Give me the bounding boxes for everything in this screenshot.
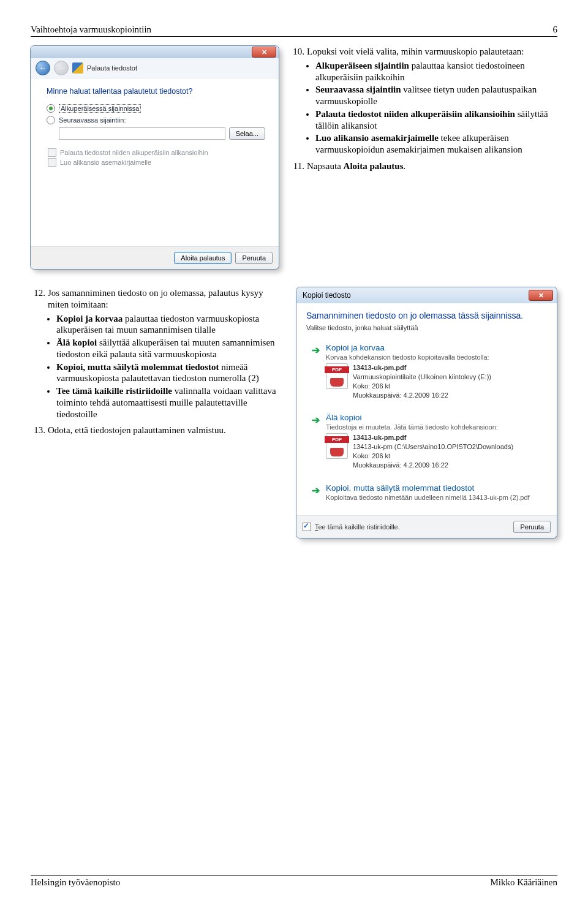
step-number-13: 13. <box>31 425 45 436</box>
checkbox-do-for-all-label: Tee tämä kaikille ristiriidoille. <box>315 523 400 531</box>
instructions-10-11: 10. Lopuksi voit vielä valita, mihin var… <box>290 46 553 269</box>
dialog1-titlebar: ✕ <box>31 46 279 58</box>
step-number-12: 12. <box>31 287 45 311</box>
option1-title: Kopioi ja korvaa <box>326 343 491 352</box>
dialog1-title: Palauta tiedostot <box>87 64 137 72</box>
start-restore-button[interactable]: Aloita palautus <box>174 252 232 264</box>
step-13-body: Odota, että tiedostojen palauttaminen va… <box>48 425 226 436</box>
file1-meta: 13413-uk-pm.pdf Varmuuskopiointilaite (U… <box>353 363 491 399</box>
checkbox-restore-subfolders-label: Palauta tiedostot niiden alkuperäisiin a… <box>60 149 208 156</box>
step-number-10: 10. <box>290 46 304 58</box>
step-10-lead: Lopuksi voit vielä valita, mihin varmuus… <box>307 46 524 58</box>
step12-bullet4: Tee tämä kaikille ristiriidoille valinna… <box>56 385 285 420</box>
option1-sub: Korvaa kohdekansion tiedosto kopioitaval… <box>326 354 491 361</box>
header-title: Vaihtoehtoja varmuuskopiointiin <box>31 25 151 35</box>
step10-bullet4: Luo alikansio asemakirjaimelle tekee alk… <box>315 132 553 156</box>
step10-bullet1: Alkuperäiseen sijaintiin palauttaa kansi… <box>315 60 553 83</box>
option3-sub: Kopioitava tiedosto nimetään uudelleen n… <box>326 494 530 501</box>
step12-bullet1: Kopioi ja korvaa palauttaa tiedoston var… <box>56 313 285 336</box>
browse-button[interactable]: Selaa... <box>229 127 265 140</box>
restore-files-dialog: ✕ ← → Palauta tiedostot Minne haluat tal… <box>31 46 279 269</box>
option2-title: Älä kopioi <box>326 413 513 422</box>
step-number-11: 11. <box>290 161 304 172</box>
dialog1-question: Minne haluat tallentaa palautetut tiedos… <box>47 87 265 96</box>
arrow-icon: ➔ <box>312 344 320 356</box>
close-icon[interactable]: ✕ <box>252 47 276 58</box>
instructions-12-13: 12. Jos samanniminen tiedosto on jo olem… <box>31 287 285 538</box>
close-icon[interactable]: ✕ <box>529 290 553 301</box>
copy-file-dialog: Kopioi tiedosto ✕ Samanniminen tiedosto … <box>296 287 557 538</box>
back-icon[interactable]: ← <box>36 61 50 75</box>
option-dont-copy[interactable]: ➔ Älä kopioi Tiedostoja ei muuteta. Jätä… <box>306 409 547 475</box>
checkbox-restore-subfolders[interactable] <box>48 148 56 157</box>
shield-icon <box>72 62 83 74</box>
arrow-icon: ➔ <box>312 485 320 496</box>
arrow-icon: ➔ <box>312 414 320 426</box>
footer-right: Mikko Kääriäinen <box>490 877 557 888</box>
checkbox-create-drive-subfolder-label: Luo alikansio asemakirjaimelle <box>60 159 151 166</box>
dialog2-heading: Samanniminen tiedosto on jo olemassa täs… <box>306 311 547 320</box>
dialog2-titlebar: Kopioi tiedosto ✕ <box>296 287 557 303</box>
option-keep-both[interactable]: ➔ Kopioi, mutta säilytä molemmat tiedost… <box>306 479 547 507</box>
file2-meta: 13413-uk-pm.pdf 13413-uk-pm (C:\Users\ai… <box>353 433 513 469</box>
cancel-button[interactable]: Peruuta <box>513 521 551 533</box>
radio-original-location-label: Alkuperäisessä sijainnissa <box>59 104 141 113</box>
radio-original-location[interactable] <box>47 104 55 113</box>
page-footer: Helsingin työväenopisto Mikko Kääriäinen <box>31 875 557 888</box>
header-page-number: 6 <box>553 25 558 35</box>
checkbox-do-for-all[interactable] <box>303 523 311 531</box>
dialog2-title: Kopioi tiedosto <box>303 291 351 300</box>
radio-other-location[interactable] <box>47 116 55 124</box>
forward-icon: → <box>54 61 69 75</box>
pdf-icon <box>326 433 348 459</box>
step12-bullet3: Kopioi, mutta säilytä molemmat tiedostot… <box>56 361 285 385</box>
option3-title: Kopioi, mutta säilytä molemmat tiedostot <box>326 483 530 493</box>
step10-bullet2: Seuraavassa sijaintiin valitsee tietyn u… <box>315 84 553 107</box>
step-11-body: Napsauta Aloita palautus. <box>307 161 405 172</box>
radio-other-location-label: Seuraavassa sijaintiin: <box>59 116 126 124</box>
dialog2-subtitle: Valitse tiedosto, jonka haluat säilyttää <box>306 324 547 331</box>
page-header: Vaihtoehtoja varmuuskopiointiin 6 <box>31 25 557 37</box>
option-copy-replace[interactable]: ➔ Kopioi ja korvaa Korvaa kohdekansion t… <box>306 339 547 405</box>
step12-bullet2: Älä kopioi säilyttää alkuperäisen tai mu… <box>56 337 285 360</box>
footer-left: Helsingin työväenopisto <box>31 877 120 888</box>
pdf-icon <box>326 363 348 389</box>
step-12-lead: Jos samanniminen tiedosto on jo olemassa… <box>48 287 285 311</box>
location-input[interactable] <box>59 127 225 140</box>
checkbox-create-drive-subfolder[interactable] <box>48 158 56 167</box>
step10-bullet3: Palauta tiedostot niiden alkuperäisiin a… <box>315 108 553 132</box>
option2-sub: Tiedostoja ei muuteta. Jätä tämä tiedost… <box>326 423 513 431</box>
dialog1-navbar: ← → Palauta tiedostot <box>31 58 279 78</box>
cancel-button[interactable]: Peruuta <box>235 252 273 264</box>
